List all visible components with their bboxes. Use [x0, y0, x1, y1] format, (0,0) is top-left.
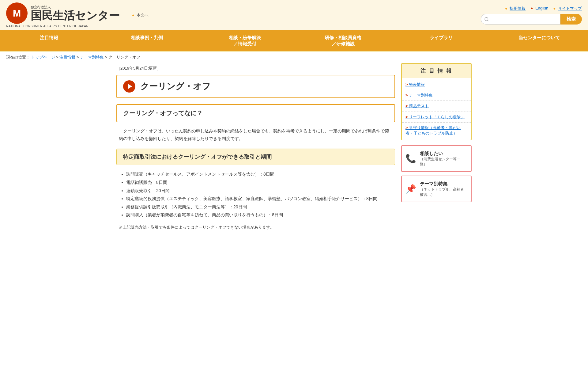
list-item-3: 特定継続的役務提供（エステティック、美容医療、語学教室、家庭教師、学習塾、パソコ… — [126, 195, 395, 203]
cta-box-consult[interactable]: 📞 相談したい （消費生活センター等一覧） — [401, 145, 472, 172]
nav-item-2[interactable]: 相談・紛争解決 ／情報受付 — [196, 30, 294, 51]
header-links: 採用情報 English サイトマップ — [505, 6, 582, 11]
logo-subtitle: 独立行政法人 — [31, 5, 120, 9]
content-area: ［2019年5月24日:更新］ クーリング・オフ クーリング・オフってなに？ ク… — [116, 63, 395, 231]
nav-item-5[interactable]: 当センターについて — [490, 30, 588, 51]
link-english: English — [530, 6, 548, 11]
sidebar-link-1[interactable]: テーマ別特集 — [402, 90, 471, 101]
logo-main: M 独立行政法人 国民生活センター — [6, 2, 120, 24]
cta-box-theme[interactable]: 📌 テーマ別特集 （ネットトラブル、高齢者被害…） — [401, 176, 472, 202]
logo-text: 独立行政法人 国民生活センター — [31, 5, 120, 22]
list-item-0: 訪問販売（キャッチセールス、アポイントメントセールス等を含む）：8日間 — [126, 170, 395, 178]
link-sitemap: サイトマップ — [553, 6, 582, 11]
phone-icon: 📞 — [405, 154, 416, 164]
nav-item-4[interactable]: ライブラリ — [392, 30, 490, 51]
page-title: クーリング・オフ — [140, 81, 211, 92]
sidebar-link-4[interactable]: 見守り情報（高齢者・障がい者・子どものトラブル防止） — [402, 122, 471, 139]
section1-body: クーリング・オフは、いったん契約の申し込みや契約の締結をした場合でも、契約を再考… — [116, 127, 395, 142]
skip-link[interactable]: 本文へ — [132, 13, 149, 18]
logo-icon: M — [6, 2, 28, 24]
sidebar-link-2[interactable]: 商品テスト — [402, 101, 471, 111]
cta-text-theme: テーマ別特集 （ネットトラブル、高齢者被害…） — [420, 180, 467, 197]
cooling-off-list: 訪問販売（キャッチセールス、アポイントメントセールス等を含む）：8日間 電話勧誘… — [116, 170, 395, 219]
breadcrumb-sep2: > — [77, 55, 80, 59]
saiyou-anchor[interactable]: 採用情報 — [510, 6, 526, 11]
section2-heading: 特定商取引法におけるクーリング・オフができる取引と期間 — [116, 149, 395, 165]
cta-sub-theme: （ネットトラブル、高齢者被害…） — [420, 187, 467, 197]
sidebar: 注 目 情 報 発表情報 テーマ別特集 商品テスト リーフレット「くらしの危険」… — [401, 63, 472, 231]
breadcrumb-current: クーリング・オフ — [108, 55, 140, 59]
list-item-4: 業務提供誘引販売取引（内職商法、モニター商法等）：20日間 — [126, 203, 395, 211]
sidebar-link-0[interactable]: 発表情報 — [402, 79, 471, 90]
list-item-2: 連鎖販売取引：20日間 — [126, 187, 395, 195]
link-saiyou: 採用情報 — [505, 6, 526, 11]
header: M 独立行政法人 国民生活センター NATIONAL CONSUMER AFFA… — [0, 0, 588, 51]
sitemap-anchor[interactable]: サイトマップ — [558, 6, 582, 11]
nav-item-1[interactable]: 相談事例・判例 — [98, 30, 196, 51]
logo-en: NATIONAL CONSUMER AFFAIRS CENTER OF JAPA… — [6, 25, 89, 28]
note-text: ※上記販売方法・取引でも条件によってはクーリング・オフできない場合があります。 — [116, 224, 395, 231]
main-layout: ［2019年5月24日:更新］ クーリング・オフ クーリング・オフってなに？ ク… — [110, 63, 478, 237]
breadcrumb-theme[interactable]: テーマ別特集 — [80, 55, 104, 59]
logo-title: 国民生活センター — [31, 9, 120, 22]
nav-item-0[interactable]: 注目情報 — [0, 30, 98, 51]
header-top: M 独立行政法人 国民生活センター NATIONAL CONSUMER AFFA… — [0, 0, 588, 30]
skip-anchor[interactable]: 本文へ — [137, 13, 149, 17]
sidebar-links: 発表情報 テーマ別特集 商品テスト リーフレット「くらしの危険」 見守り情報（高… — [402, 78, 471, 140]
english-anchor[interactable]: English — [535, 6, 548, 10]
breadcrumb-sep3: > — [105, 55, 108, 59]
breadcrumb-prefix: 現在の位置： — [6, 55, 30, 59]
breadcrumb: 現在の位置： トップページ > 注目情報 > テーマ別特集 > クーリング・オフ — [0, 51, 588, 63]
cta-sub-consult: （消費生活センター等一覧） — [420, 157, 467, 167]
search-button[interactable]: 検索 — [560, 14, 582, 25]
search-area: 検索 — [481, 14, 582, 25]
cta-text-consult: 相談したい （消費生活センター等一覧） — [420, 150, 467, 167]
sidebar-title: 注 目 情 報 — [402, 64, 471, 78]
title-box: クーリング・オフ — [116, 75, 395, 98]
sidebar-link-3[interactable]: リーフレット「くらしの危険」 — [402, 112, 471, 122]
update-date: ［2019年5月24日:更新］ — [116, 66, 395, 71]
list-item-1: 電話勧誘販売：8日間 — [126, 178, 395, 187]
section1-heading: クーリング・オフってなに？ — [116, 104, 395, 122]
search-input[interactable] — [481, 14, 560, 25]
header-right: 採用情報 English サイトマップ 検索 — [481, 6, 582, 25]
list-item-5: 訪問購入（業者が消費者の自宅等を訪ねて、商品の買い取りを行うもの）：8日間 — [126, 211, 395, 219]
logo-area: M 独立行政法人 国民生活センター NATIONAL CONSUMER AFFA… — [6, 2, 120, 28]
breadcrumb-sep1: > — [56, 55, 59, 59]
cta-label-consult: 相談したい — [420, 150, 467, 157]
cta-label-theme: テーマ別特集 — [420, 180, 467, 187]
breadcrumb-attention[interactable]: 注目情報 — [59, 55, 75, 59]
nav-item-3[interactable]: 研修・相談員資格 ／研修施設 — [294, 30, 392, 51]
play-button[interactable] — [123, 80, 135, 93]
sidebar-section-attention: 注 目 情 報 発表情報 テーマ別特集 商品テスト リーフレット「くらしの危険」… — [401, 63, 472, 140]
breadcrumb-top[interactable]: トップページ — [31, 55, 55, 59]
nav-bar: 注目情報 相談事例・判例 相談・紛争解決 ／情報受付 研修・相談員資格 ／研修施… — [0, 30, 588, 51]
pin-icon: 📌 — [405, 184, 416, 194]
